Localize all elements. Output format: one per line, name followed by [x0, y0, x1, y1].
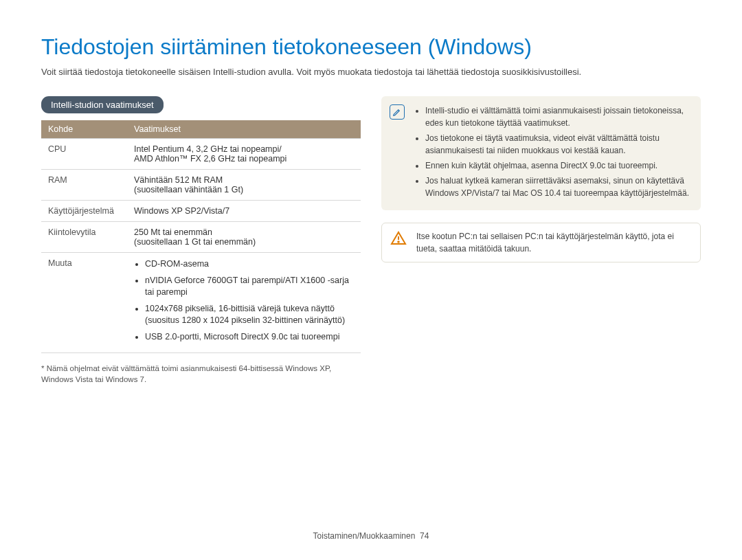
- cell-label-hdd: Kiintolevytila: [41, 222, 127, 253]
- cell-label-other: Muuta: [41, 253, 127, 353]
- table-header-item: Kohde: [41, 120, 127, 139]
- cell-value-cpu: Intel Pentium 4, 3,2 GHz tai nopeampi/ A…: [127, 139, 361, 170]
- page-title: Tiedostojen siirtäminen tietokoneeseen (…: [41, 34, 701, 60]
- cell-value-hdd: 250 Mt tai enemmän (suositellaan 1 Gt ta…: [127, 222, 361, 253]
- table-row: CPU Intel Pentium 4, 3,2 GHz tai nopeamp…: [41, 139, 361, 170]
- list-item: Jos tietokone ei täytä vaatimuksia, vide…: [425, 132, 691, 157]
- page-number: 74: [420, 531, 429, 541]
- pencil-note-icon: [390, 104, 405, 120]
- cell-label-ram: RAM: [41, 170, 127, 201]
- svg-point-1: [398, 241, 399, 243]
- list-item: Ennen kuin käytät ohjelmaa, asenna Direc…: [425, 159, 691, 172]
- cell-value-os: Windows XP SP2/Vista/7: [127, 201, 361, 222]
- list-item: nVIDIA Geforce 7600GT tai parempi/ATI X1…: [145, 275, 354, 299]
- info-note-box: Intelli-studio ei välttämättä toimi asia…: [381, 96, 701, 210]
- requirements-table: Kohde Vaatimukset CPU Intel Pentium 4, 3…: [41, 120, 361, 353]
- warning-box: Itse kootun PC:n tai sellaisen PC:n tai …: [381, 223, 701, 262]
- list-item: Intelli-studio ei välttämättä toimi asia…: [425, 104, 691, 129]
- list-item: Jos haluat kytkeä kameran siirrettäväksi…: [425, 175, 691, 199]
- table-header-req: Vaatimukset: [127, 120, 361, 139]
- cell-value-ram: Vähintään 512 Mt RAM (suositellaan vähin…: [127, 170, 361, 201]
- intro-text: Voit siirtää tiedostoja tietokoneelle si…: [41, 67, 701, 77]
- table-footnote: * Nämä ohjelmat eivät välttämättä toimi …: [41, 363, 361, 385]
- footer-section-label: Toistaminen/Muokkaaminen: [313, 531, 416, 541]
- table-row: RAM Vähintään 512 Mt RAM (suositellaan v…: [41, 170, 361, 201]
- cell-label-os: Käyttöjärjestelmä: [41, 201, 127, 222]
- list-item: USB 2.0-portti, Microsoft DirectX 9.0c t…: [145, 331, 354, 344]
- warning-triangle-icon: [390, 230, 407, 247]
- table-row: Kiintolevytila 250 Mt tai enemmän (suosi…: [41, 222, 361, 253]
- page-footer: Toistaminen/Muokkaaminen 74: [0, 531, 742, 541]
- section-heading: Intelli-studion vaatimukset: [41, 96, 164, 113]
- table-row: Käyttöjärjestelmä Windows XP SP2/Vista/7: [41, 201, 361, 222]
- warning-text: Itse kootun PC:n tai sellaisen PC:n tai …: [416, 232, 674, 254]
- list-item: 1024x768 pikseliä, 16-bittisiä värejä tu…: [145, 303, 354, 327]
- list-item: CD-ROM-asema: [145, 258, 354, 271]
- cell-label-cpu: CPU: [41, 139, 127, 170]
- cell-value-other: CD-ROM-asema nVIDIA Geforce 7600GT tai p…: [127, 253, 361, 353]
- table-row: Muuta CD-ROM-asema nVIDIA Geforce 7600GT…: [41, 253, 361, 353]
